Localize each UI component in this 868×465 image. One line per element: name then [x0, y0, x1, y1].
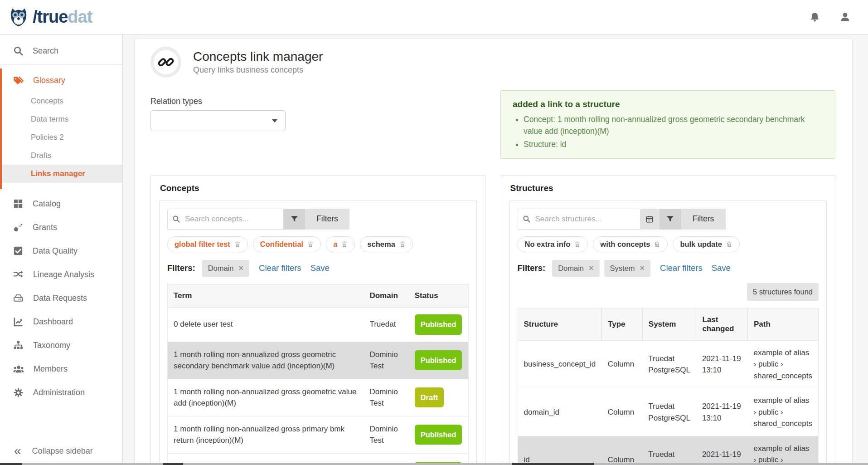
scrollbar-thumb[interactable]: [163, 463, 183, 465]
sidebar-divider: [0, 64, 122, 65]
alert-item: Structure: id: [524, 138, 823, 150]
sidebar-item-data-quality[interactable]: Data Quality: [0, 239, 122, 263]
relation-types-select[interactable]: [150, 110, 286, 131]
concept-domain: Dominio Test: [364, 342, 408, 379]
structure-row[interactable]: business_concept_id Column Truedat Postg…: [518, 340, 819, 388]
structures-search-input[interactable]: [534, 214, 635, 224]
funnel-icon: [290, 215, 299, 223]
filter-chip[interactable]: with concepts: [593, 236, 668, 252]
concept-domain: Truedat: [364, 307, 408, 342]
structure-last-changed: 2021-11-19 13:10: [696, 340, 748, 388]
filter-chip[interactable]: No extra info: [518, 236, 588, 252]
column-header: Term: [168, 284, 364, 307]
structure-path: example of alias › public › shared_conce…: [748, 388, 819, 436]
concept-row[interactable]: 1 month rolling non-annualized gross pri…: [168, 416, 469, 453]
chart-line-icon: [13, 317, 24, 327]
trash-icon[interactable]: [341, 241, 348, 248]
sidebar: Search Glossary Concepts Data terms Poli…: [0, 34, 123, 465]
filter-chip[interactable]: a: [326, 236, 355, 252]
shuffle-icon: [13, 269, 24, 280]
concepts-save-link[interactable]: Save: [310, 263, 330, 273]
chevron-down-icon: [272, 119, 277, 122]
remove-filter-icon[interactable]: ×: [589, 264, 594, 273]
structures-search-box: [518, 209, 640, 230]
user-account-icon[interactable]: [839, 11, 851, 23]
trash-icon[interactable]: [654, 241, 660, 248]
sidebar-item-links-manager[interactable]: Links manager: [2, 165, 122, 183]
gear-icon: [13, 387, 24, 398]
filter-chip[interactable]: schema: [360, 236, 412, 252]
glossary-section: Glossary Concepts Data terms Policies 2 …: [0, 69, 122, 189]
alert-title: added a link to a structure: [513, 99, 823, 109]
remove-filter-icon[interactable]: ×: [239, 264, 244, 273]
sidebar-item-data-terms[interactable]: Data terms: [2, 110, 122, 128]
horizontal-scrollbar[interactable]: [0, 463, 868, 465]
structure-path: example of alias › public › shared_conce…: [748, 340, 819, 388]
structures-calendar-button[interactable]: [640, 209, 659, 230]
structures-chips: No extra info: [518, 236, 819, 252]
filter-chip[interactable]: bulk update: [673, 236, 740, 252]
column-header: System: [642, 308, 696, 340]
sidebar-item-drafts[interactable]: Drafts: [2, 147, 122, 165]
trash-icon[interactable]: [726, 241, 732, 248]
sidebar-item-grants[interactable]: Grants: [0, 215, 122, 239]
sidebar-item-members[interactable]: Members: [0, 357, 122, 381]
trash-icon[interactable]: [574, 241, 581, 248]
sidebar-item-data-requests[interactable]: Data Requests: [0, 286, 122, 310]
applied-filter-chip[interactable]: Domain ×: [552, 260, 599, 277]
structure-row[interactable]: id Column Truedat PostgreSQL 2021-11-19 …: [518, 436, 819, 465]
sidebar-item-policies[interactable]: Policies 2: [2, 128, 122, 147]
scrollbar-thumb[interactable]: [0, 463, 22, 465]
trash-icon[interactable]: [234, 241, 241, 248]
structures-filters-button[interactable]: Filters: [681, 209, 726, 230]
trash-icon[interactable]: [399, 241, 406, 248]
page-title: Concepts link manager: [193, 49, 323, 64]
sidebar-item-search[interactable]: Search: [0, 39, 122, 63]
alert-list: Concept: 1 month rolling non-annualized …: [513, 113, 823, 150]
sidebar-item-lineage[interactable]: Lineage Analysis: [0, 263, 122, 286]
concept-row[interactable]: 1 month rolling non-annualized gross geo…: [168, 342, 469, 379]
remove-filter-icon[interactable]: ×: [640, 264, 645, 273]
concepts-panel-title: Concepts: [160, 183, 477, 193]
truedat-logo[interactable]: /truedat: [8, 7, 92, 28]
concepts-table-header: TermDomainStatus: [168, 284, 469, 307]
scrollbar-thumb[interactable]: [512, 463, 594, 465]
success-alert: added a link to a structure Concept: 1 m…: [500, 90, 835, 159]
notifications-bell-icon[interactable]: [809, 11, 820, 23]
structures-applied-filters: Domain × System ×: [552, 260, 650, 277]
structures-save-link[interactable]: Save: [712, 263, 731, 273]
sidebar-item-administration[interactable]: Administration: [0, 381, 122, 404]
concept-term: 1 month rolling non-annualized gross geo…: [168, 379, 364, 416]
applied-filter-chip[interactable]: System ×: [604, 260, 651, 277]
structures-table: StructureTypeSystemLast changedPath busi…: [518, 308, 819, 465]
sidebar-item-concepts[interactable]: Concepts: [2, 92, 122, 110]
structures-filter-funnel-button[interactable]: [659, 209, 681, 230]
structure-last-changed: 2021-11-19 13:10: [696, 436, 748, 465]
relation-types-label: Relation types: [150, 97, 286, 106]
structure-row[interactable]: domain_id Column Truedat PostgreSQL 2021…: [518, 388, 819, 436]
concept-row[interactable]: 1 month rolling non-annualized gross geo…: [168, 379, 469, 416]
top-bar: /truedat: [0, 0, 868, 34]
concepts-search-input[interactable]: [184, 214, 279, 224]
concepts-table-body: 0 delete user test Truedat Published 1 m…: [168, 307, 469, 465]
calendar-icon: [645, 215, 654, 223]
sidebar-item-taxonomy[interactable]: Taxonomy: [0, 333, 122, 357]
structures-clear-filters-link[interactable]: Clear filters: [660, 263, 703, 273]
sidebar-item-glossary[interactable]: Glossary: [2, 69, 122, 92]
column-header: Status: [409, 284, 468, 307]
trash-icon[interactable]: [307, 241, 314, 248]
concepts-filters-button[interactable]: Filters: [305, 209, 349, 230]
filter-chip[interactable]: Confidential: [253, 236, 321, 252]
structures-table-header: StructureTypeSystemLast changedPath: [518, 308, 819, 340]
sidebar-item-dashboard[interactable]: Dashboard: [0, 310, 122, 333]
concept-row[interactable]: 0 delete user test Truedat Published: [168, 307, 469, 342]
applied-filter-chip[interactable]: Domain ×: [202, 260, 249, 277]
filter-chip[interactable]: global filter test: [167, 236, 248, 252]
check-square-icon: [13, 246, 23, 256]
structure-name: business_concept_id: [518, 340, 602, 388]
alert-item: Concept: 1 month rolling non-annualized …: [524, 113, 823, 137]
collapse-sidebar-button[interactable]: « Collapse sidebar: [0, 445, 122, 465]
sidebar-item-catalog[interactable]: Catalog: [0, 192, 122, 215]
concepts-filter-funnel-button[interactable]: [283, 209, 305, 230]
concepts-clear-filters-link[interactable]: Clear filters: [259, 263, 301, 273]
